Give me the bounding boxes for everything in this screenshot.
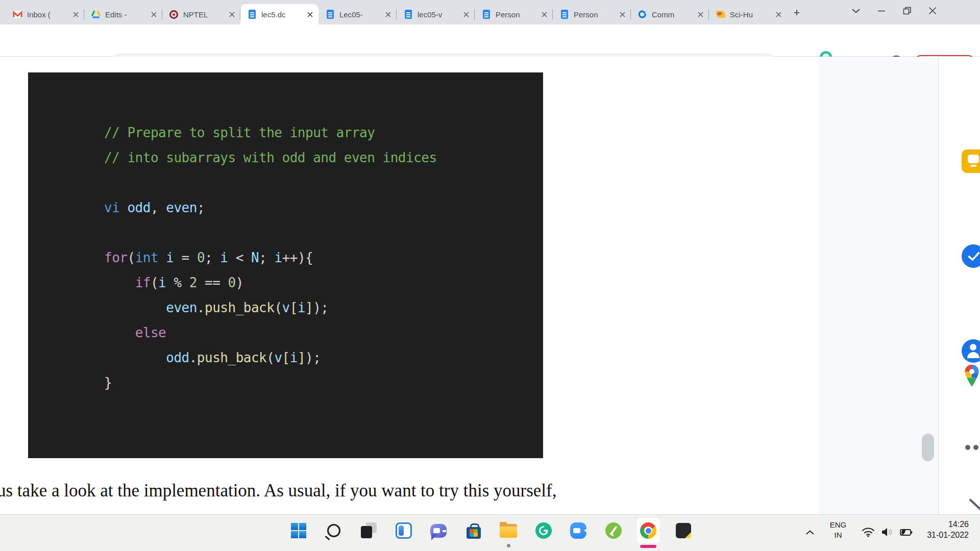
desktop: Inbox ( Edits - NPTEL lec5.dc <box>0 0 980 551</box>
tab-label: Lec05- <box>339 10 383 19</box>
chrome-icon <box>640 522 656 539</box>
tab-scihub[interactable]: Sci-Hu <box>709 4 787 24</box>
close-icon[interactable] <box>774 10 783 19</box>
running-app-dot <box>507 544 510 547</box>
close-icon[interactable] <box>71 10 80 19</box>
language-code: ENG <box>825 520 851 530</box>
clock-date: 31-01-2022 <box>868 530 969 540</box>
grammarly-button[interactable] <box>532 519 555 542</box>
chrome-button-active[interactable] <box>636 517 660 544</box>
tab-label: Person <box>496 10 540 19</box>
embedded-code-image[interactable]: // Prepare to split the input array// in… <box>28 72 543 458</box>
tab-label: Inbox ( <box>27 10 71 19</box>
notes-app-button[interactable] <box>672 519 695 542</box>
browser-toolbar: docs.google.com/document/d/1nxXP9gOB1Tnh… <box>0 24 980 57</box>
file-explorer-button[interactable] <box>497 519 520 542</box>
tab-lec05v[interactable]: lec05-v <box>397 4 475 24</box>
vertical-scrollbar[interactable] <box>922 434 934 461</box>
tab-comm[interactable]: Comm <box>631 4 709 24</box>
document-paragraph[interactable]: us take a look at the implementation. As… <box>0 481 556 501</box>
browser-tab-strip: Inbox ( Edits - NPTEL lec5.dc <box>0 0 980 24</box>
chat-button[interactable] <box>427 519 450 542</box>
gmail-icon <box>13 10 22 19</box>
region-code: IN <box>825 530 851 540</box>
tab-search-chevron-icon[interactable] <box>843 0 869 21</box>
tab-label: Comm <box>652 10 696 19</box>
tab-label: Sci-Hu <box>730 10 774 19</box>
close-icon[interactable] <box>227 10 236 19</box>
store-button[interactable] <box>462 519 485 542</box>
page-gutter <box>819 57 938 514</box>
taskbar-search-button[interactable] <box>323 519 345 542</box>
google-docs-icon <box>561 10 568 19</box>
tab-gmail-inbox[interactable]: Inbox ( <box>6 4 84 24</box>
tab-person-2[interactable]: Person <box>553 4 631 24</box>
zoom-app-button[interactable] <box>567 519 590 542</box>
close-icon[interactable] <box>696 10 705 19</box>
start-button[interactable] <box>287 519 310 542</box>
tab-lec5-active[interactable]: lec5.dc <box>240 4 318 24</box>
journal-app-button[interactable] <box>602 519 625 542</box>
close-icon[interactable] <box>305 10 314 19</box>
scihub-icon <box>716 11 725 18</box>
start-icon <box>291 523 306 538</box>
new-tab-button[interactable]: + <box>790 6 803 19</box>
tab-lec05[interactable]: Lec05- <box>318 4 397 24</box>
tab-label: Person <box>574 10 618 19</box>
grammarly-icon <box>535 522 552 539</box>
close-icon[interactable] <box>540 10 549 19</box>
google-docs-icon <box>327 10 334 19</box>
language-indicator[interactable]: ENG IN <box>825 520 851 540</box>
tab-label: lec05-v <box>418 10 461 19</box>
document-canvas[interactable]: // Prepare to split the input array// in… <box>0 57 980 514</box>
tray-chevron-up-icon[interactable] <box>805 530 815 535</box>
journal-icon <box>605 522 622 539</box>
nptel-icon <box>169 10 178 19</box>
code-block: // Prepare to split the input array// in… <box>104 120 437 395</box>
zoom-app-icon <box>570 522 586 539</box>
search-icon <box>327 524 340 537</box>
notes-icon <box>676 523 691 538</box>
file-explorer-icon <box>500 524 517 538</box>
drive-icon <box>91 10 101 19</box>
link-icon <box>638 10 647 19</box>
task-view-icon <box>360 522 377 539</box>
tab-label: lec5.dc <box>261 10 305 19</box>
chat-icon <box>430 524 447 538</box>
tab-person-1[interactable]: Person <box>475 4 553 24</box>
clock-time: 14:26 <box>868 519 969 530</box>
close-icon[interactable] <box>383 10 393 19</box>
close-icon[interactable] <box>149 10 158 19</box>
close-window-button[interactable] <box>920 0 945 21</box>
google-docs-icon <box>483 10 490 19</box>
taskbar-clock[interactable]: 14:26 31-01-2022 <box>868 519 969 540</box>
side-panel-more-dots[interactable] <box>965 445 978 450</box>
tab-drive-edits[interactable]: Edits - <box>84 4 162 24</box>
tab-label: Edits - <box>105 10 149 19</box>
minimize-button[interactable] <box>869 0 894 21</box>
widgets-icon <box>396 522 412 539</box>
close-icon[interactable] <box>461 10 471 19</box>
keep-icon[interactable] <box>962 149 980 173</box>
maps-icon[interactable] <box>962 364 980 387</box>
tab-label: NPTEL <box>183 10 227 19</box>
store-icon <box>467 527 481 539</box>
tab-nptel[interactable]: NPTEL <box>162 4 240 24</box>
close-icon[interactable] <box>618 10 627 19</box>
active-app-indicator <box>640 545 656 548</box>
google-docs-icon <box>405 10 412 19</box>
widgets-button[interactable] <box>393 519 415 542</box>
restore-button[interactable] <box>894 0 920 21</box>
google-docs-icon <box>249 10 256 19</box>
task-view-button[interactable] <box>357 519 380 542</box>
